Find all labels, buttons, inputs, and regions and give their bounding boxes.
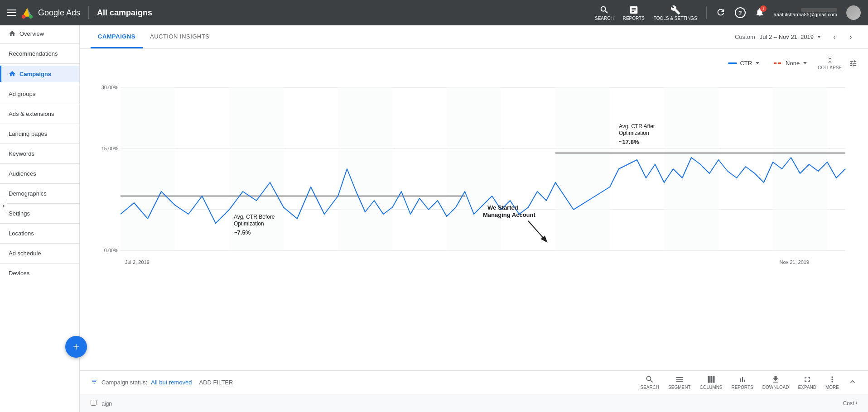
- sidebar-item-campaigns[interactable]: Campaigns: [0, 66, 79, 82]
- sidebar-item-landing[interactable]: Landing pages: [0, 126, 79, 142]
- adjust-chart-button[interactable]: [849, 59, 857, 67]
- sidebar-label-ads: Ads & extensions: [9, 110, 54, 117]
- nav-divider: [88, 6, 89, 19]
- sidebar-item-ads[interactable]: Ads & extensions: [0, 106, 79, 122]
- sidebar-sep-11: [0, 243, 79, 244]
- tab-auction-insights[interactable]: AUCTION INSIGHTS: [143, 25, 217, 48]
- svg-text:0.00%: 0.00%: [104, 248, 118, 253]
- sidebar-item-overview[interactable]: Overview: [0, 25, 79, 42]
- sidebar-label-audiences: Audiences: [9, 170, 36, 177]
- sidebar-sep-7: [0, 163, 79, 164]
- ctr-metric-button[interactable]: CTR: [724, 58, 763, 68]
- date-range-value: Jul 2 – Nov 21, 2019: [760, 34, 814, 40]
- svg-text:Avg. CTR Before: Avg. CTR Before: [234, 214, 275, 220]
- svg-text:~7.5%: ~7.5%: [234, 229, 251, 236]
- tabs-left: CAMPAIGNS AUCTION INSIGHTS: [91, 25, 217, 48]
- svg-rect-17: [447, 87, 501, 250]
- bell-badge: 1: [760, 5, 767, 12]
- search-toolbar-button[interactable]: SEARCH: [640, 375, 659, 390]
- svg-text:~17.8%: ~17.8%: [619, 139, 639, 145]
- table-header: aign Cost /: [80, 394, 868, 412]
- more-toolbar-button[interactable]: MORE: [825, 375, 839, 390]
- account-info: aaatulsharma86@gmail.com: [774, 8, 837, 17]
- page-title: All campaigns: [97, 8, 152, 18]
- collapse-table-button[interactable]: [848, 377, 857, 388]
- date-prev-button[interactable]: ‹: [828, 31, 841, 43]
- sidebar-item-audiences[interactable]: Audiences: [0, 166, 79, 182]
- brand-name: Google Ads: [38, 8, 80, 18]
- sidebar-expand-button[interactable]: [0, 199, 7, 213]
- sidebar-label-settings: Settings: [9, 210, 30, 217]
- sidebar-item-recommendations[interactable]: Recommendations: [0, 46, 79, 62]
- account-bar: [801, 8, 837, 12]
- sidebar-item-adgroups[interactable]: Ad groups: [0, 86, 79, 102]
- ctr-chevron-icon: [756, 62, 759, 64]
- tabs-bar: CAMPAIGNS AUCTION INSIGHTS Custom Jul 2 …: [80, 25, 868, 49]
- table-col-campaign: aign: [91, 400, 474, 407]
- svg-text:Optimization: Optimization: [619, 130, 649, 136]
- chart-container: CTR None COLLAPSE: [80, 49, 868, 370]
- sidebar-sep-6: [0, 144, 79, 144]
- sidebar-label-keywords: Keywords: [9, 150, 34, 157]
- add-campaign-fab[interactable]: +: [65, 336, 87, 358]
- refresh-button[interactable]: [716, 7, 726, 19]
- download-toolbar-button[interactable]: DOWNLOAD: [762, 375, 789, 390]
- date-next-button[interactable]: ›: [844, 31, 857, 43]
- chart-controls: CTR None COLLAPSE: [91, 56, 857, 70]
- tools-nav-button[interactable]: TOOLS & SETTINGS: [654, 5, 697, 21]
- search-nav-button[interactable]: SEARCH: [595, 5, 614, 21]
- ctr-chart: 30.00% 15.00% 0.00% Jul 2, 2019 Nov 21, …: [91, 74, 857, 268]
- none-metric-button[interactable]: None: [770, 58, 810, 68]
- chart-wrapper: 30.00% 15.00% 0.00% Jul 2, 2019 Nov 21, …: [91, 74, 857, 268]
- google-ads-logo: [21, 6, 34, 19]
- date-range-chevron-icon: [817, 36, 821, 38]
- sidebar-label-locations: Locations: [9, 230, 34, 237]
- tabs-right: Custom Jul 2 – Nov 21, 2019 ‹ ›: [731, 31, 857, 43]
- filter-section: Campaign status: All but removed ADD FIL…: [91, 378, 233, 387]
- filter-icon: [91, 378, 98, 387]
- account-email: aaatulsharma86@gmail.com: [774, 12, 837, 17]
- tab-campaigns[interactable]: CAMPAIGNS: [91, 25, 143, 48]
- segment-toolbar-button[interactable]: SEGMENT: [668, 375, 690, 390]
- sidebar-sep-9: [0, 203, 79, 204]
- svg-text:Optimization: Optimization: [234, 220, 264, 227]
- sidebar-sep-4: [0, 104, 79, 104]
- sidebar-item-keywords[interactable]: Keywords: [0, 146, 79, 162]
- columns-toolbar-button[interactable]: COLUMNS: [700, 375, 723, 390]
- help-button[interactable]: ?: [735, 7, 746, 18]
- sidebar-item-locations[interactable]: Locations: [0, 225, 79, 241]
- hamburger-menu[interactable]: [7, 10, 16, 16]
- sidebar-sep-2: [0, 63, 79, 64]
- date-range-selector[interactable]: Custom Jul 2 – Nov 21, 2019: [731, 31, 825, 43]
- add-filter-button[interactable]: ADD FILTER: [199, 379, 233, 386]
- svg-text:15.00%: 15.00%: [101, 146, 119, 151]
- sidebar-label-recommendations: Recommendations: [9, 50, 58, 57]
- notifications-button[interactable]: 1: [755, 7, 765, 19]
- svg-rect-14: [121, 87, 175, 250]
- svg-text:Jul 2, 2019: Jul 2, 2019: [125, 259, 149, 265]
- select-all-checkbox[interactable]: [91, 400, 96, 406]
- svg-rect-18: [555, 87, 610, 250]
- user-avatar[interactable]: [846, 5, 861, 20]
- sidebar-item-adschedule[interactable]: Ad schedule: [0, 245, 79, 261]
- sidebar-item-settings[interactable]: Settings: [0, 206, 79, 221]
- svg-text:We Started: We Started: [487, 204, 518, 211]
- top-navigation: Google Ads All campaigns SEARCH REPORTS …: [0, 0, 868, 25]
- sidebar-item-demographics[interactable]: Demographics: [0, 186, 79, 201]
- sidebar-sep-3: [0, 84, 79, 84]
- filter-value[interactable]: All but removed: [151, 379, 192, 386]
- sidebar-label-demographics: Demographics: [9, 190, 47, 197]
- sidebar-label-adschedule: Ad schedule: [9, 250, 41, 257]
- collapse-chart-button[interactable]: COLLAPSE: [818, 56, 842, 70]
- svg-text:Nov 21, 2019: Nov 21, 2019: [780, 259, 809, 265]
- reports-nav-button[interactable]: REPORTS: [623, 5, 645, 21]
- svg-rect-20: [773, 87, 827, 250]
- sidebar-item-devices[interactable]: Devices: [0, 265, 79, 281]
- date-range-label: Custom: [735, 34, 755, 40]
- expand-toolbar-button[interactable]: EXPAND: [798, 375, 816, 390]
- none-metric-dot: [774, 62, 783, 64]
- ctr-metric-dot: [728, 62, 737, 64]
- sidebar-sep-1: [0, 43, 79, 44]
- reports-toolbar-button[interactable]: REPORTS: [732, 375, 753, 390]
- svg-point-3: [22, 14, 26, 19]
